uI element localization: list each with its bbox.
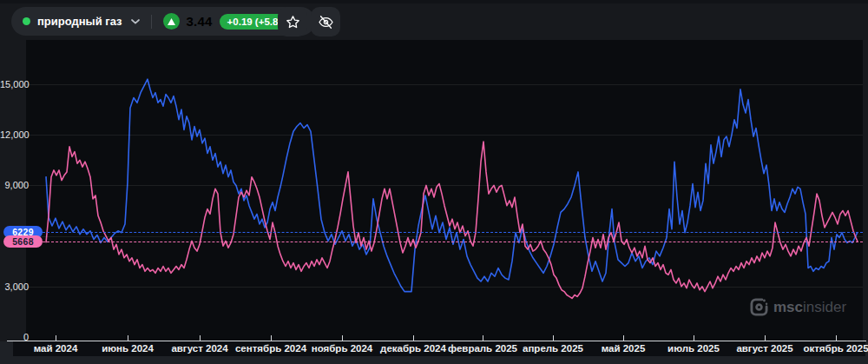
watermark: mscinsider — [750, 298, 846, 316]
y-axis-label: 0 — [0, 332, 29, 342]
x-axis-line — [7, 341, 866, 341]
watermark-brand-light: insider — [803, 299, 846, 315]
x-axis-tick — [623, 335, 624, 341]
x-axis-tick — [553, 335, 554, 341]
instrument-selector[interactable]: природный газ 3.44 +0.19 (+5.88%) — [11, 7, 315, 36]
divider — [151, 15, 152, 29]
x-axis-label: октябрь 2025 — [792, 343, 868, 354]
x-axis-tick — [836, 335, 837, 341]
price-label-pink: 5668 — [3, 235, 43, 248]
y-axis-label: 12,000 — [0, 129, 29, 140]
instrument-name: природный газ — [37, 15, 122, 28]
favorite-button[interactable] — [278, 7, 307, 36]
x-axis-tick — [765, 335, 766, 341]
x-axis-tick — [56, 335, 56, 341]
x-axis-tick — [483, 335, 483, 341]
y-gridline — [26, 84, 863, 85]
window-top-edge — [0, 0, 868, 3]
chart-widget: природный газ 3.44 +0.19 (+5.88%) — [0, 0, 868, 364]
chevron-down-icon — [131, 19, 140, 24]
x-axis-tick — [694, 335, 694, 341]
instrument-status-dot-icon — [23, 17, 30, 25]
eye-off-icon — [318, 14, 334, 30]
trend-up-icon — [163, 13, 180, 30]
price-dashed-line-pink — [43, 242, 863, 242]
star-icon — [285, 14, 301, 30]
x-axis-tick — [342, 335, 343, 341]
price-dashed-line-blue — [43, 232, 863, 233]
x-axis-tick — [200, 335, 201, 341]
x-axis-tick — [271, 335, 272, 341]
y-gridline — [26, 287, 863, 288]
y-gridline — [26, 236, 863, 237]
y-gridline — [26, 135, 863, 136]
y-gridline — [26, 185, 863, 186]
x-axis-tick — [128, 335, 128, 341]
watermark-brand-bold: msc — [773, 299, 803, 315]
hide-button[interactable] — [311, 7, 340, 36]
brand-logo-icon — [750, 298, 768, 316]
y-axis-label: 9,000 — [0, 180, 29, 190]
y-axis-label: 15,000 — [0, 79, 29, 89]
y-axis-label: 3,000 — [0, 281, 29, 292]
last-price: 3.44 — [187, 14, 213, 29]
x-axis-tick — [413, 335, 414, 341]
